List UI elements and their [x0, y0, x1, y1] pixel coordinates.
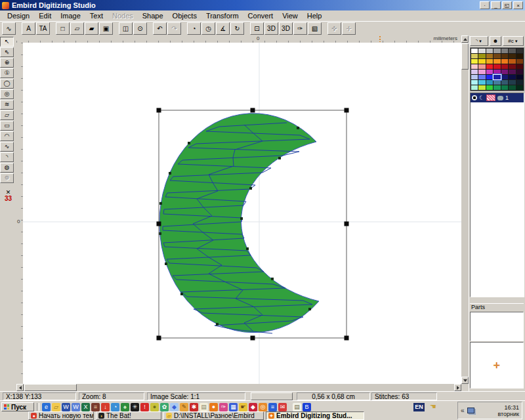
- spider-icon[interactable]: ✳: [131, 403, 139, 411]
- download-icon[interactable]: ↓: [101, 403, 110, 411]
- color-swatch[interactable]: [509, 64, 515, 69]
- center-icon[interactable]: ✛: [342, 22, 356, 35]
- import-file-icon[interactable]: ▰: [85, 22, 98, 35]
- menu-item[interactable]: Help: [303, 11, 327, 20]
- hand-icon[interactable]: ☛: [239, 403, 247, 411]
- color-swatch[interactable]: [516, 85, 523, 90]
- color-swatch[interactable]: [494, 85, 500, 90]
- color-swatch[interactable]: [478, 75, 485, 79]
- scroll-right-icon[interactable]: [454, 384, 461, 391]
- color-swatch[interactable]: [486, 85, 493, 90]
- network-icon[interactable]: [467, 408, 474, 413]
- taskbar-window-button[interactable]: ● Начать новую тему :: В...: [28, 411, 94, 420]
- color-swatch[interactable]: [509, 80, 515, 85]
- color-swatch[interactable]: [494, 49, 500, 53]
- color-edit-icon[interactable]: ✑: [293, 22, 307, 35]
- menu-item[interactable]: Objects: [168, 11, 201, 20]
- color-swatch[interactable]: [494, 54, 500, 58]
- color-swatch[interactable]: [516, 75, 523, 79]
- color-swatch[interactable]: [494, 75, 500, 79]
- copy-icon[interactable]: ◫: [119, 22, 133, 35]
- selection-handle[interactable]: [345, 108, 349, 113]
- outline-shape-tool[interactable]: ◎: [0, 89, 14, 99]
- color-swatch[interactable]: [494, 59, 500, 64]
- hand-tray-icon[interactable]: ☚: [430, 402, 436, 411]
- folder-icon[interactable]: ▱: [52, 403, 60, 411]
- text-icon[interactable]: A: [22, 22, 35, 35]
- menu-item[interactable]: Text: [85, 11, 108, 20]
- tree-icon[interactable]: ♠: [121, 403, 129, 411]
- save-file-icon[interactable]: ▣: [99, 22, 113, 35]
- object-list[interactable]: ☾ 1: [470, 93, 524, 297]
- color-swatch[interactable]: [509, 49, 515, 53]
- redo-icon[interactable]: ↷: [167, 22, 181, 35]
- titlebar[interactable]: Embird Digitizing Studio ·_◱×: [0, 0, 525, 10]
- color-swatch[interactable]: [516, 49, 523, 53]
- selection-handle[interactable]: [251, 108, 255, 113]
- books-icon[interactable]: ≡: [91, 403, 100, 411]
- color-swatch[interactable]: [471, 80, 478, 85]
- pattern-shape-tool[interactable]: ◍: [0, 163, 14, 173]
- color-swatch[interactable]: [478, 80, 485, 85]
- parts-list[interactable]: [470, 312, 524, 341]
- notes-icon[interactable]: ▤: [200, 403, 208, 411]
- notepad-icon[interactable]: ▤: [293, 403, 301, 411]
- color-swatch[interactable]: [471, 49, 478, 53]
- undo-icon[interactable]: ↶: [153, 22, 167, 35]
- color-swatch[interactable]: [486, 49, 493, 53]
- crescent-shape[interactable]: [159, 114, 319, 333]
- color-swatch[interactable]: [471, 75, 478, 79]
- menu-lines-icon[interactable]: ≡: [268, 403, 277, 411]
- color-swatch[interactable]: [509, 85, 515, 90]
- sphere-icon[interactable]: ●: [209, 403, 218, 411]
- object-row-selected[interactable]: ☾ 1: [471, 93, 524, 102]
- color-swatch[interactable]: [501, 54, 508, 58]
- scroll-up-icon[interactable]: [461, 35, 469, 43]
- color-swatch[interactable]: [501, 49, 508, 53]
- color-swatch[interactable]: [494, 64, 500, 69]
- zoom-1-1-tool[interactable]: ①: [0, 68, 14, 78]
- color-swatch[interactable]: [509, 59, 515, 64]
- color-swatch[interactable]: [478, 64, 485, 69]
- ie-icon[interactable]: e: [42, 403, 51, 411]
- menu-item[interactable]: Convert: [243, 11, 278, 20]
- bag-icon[interactable]: ◆: [249, 403, 257, 411]
- selection-handle[interactable]: [157, 108, 161, 113]
- vertical-scrollbar[interactable]: [461, 35, 469, 384]
- color-swatch[interactable]: [516, 70, 523, 74]
- color-swatch[interactable]: [501, 85, 508, 90]
- wordpad-icon[interactable]: W: [72, 403, 80, 411]
- close-button[interactable]: ×: [513, 1, 523, 9]
- color-swatch[interactable]: [471, 70, 478, 74]
- color-swatch[interactable]: [486, 64, 493, 69]
- menu-item[interactable]: Design: [3, 11, 34, 20]
- color-swatch[interactable]: [478, 49, 485, 53]
- taskbar-window-button[interactable]: ◗ The Bat!: [96, 411, 161, 420]
- mannequin-button[interactable]: ☻: [490, 36, 501, 46]
- color-swatch[interactable]: [501, 75, 508, 79]
- splat-icon[interactable]: ✱: [190, 403, 198, 411]
- new-file-icon[interactable]: □: [56, 22, 70, 35]
- taskbar-window-button[interactable]: ▱ D:\INSTALL\Разное\Embird: [163, 411, 264, 420]
- rotate-icon[interactable]: ↻: [230, 22, 244, 35]
- zigzag-tool[interactable]: ∿: [0, 142, 14, 152]
- color-swatch[interactable]: [494, 80, 500, 85]
- pear-icon[interactable]: ●: [150, 403, 159, 411]
- color-swatch[interactable]: [516, 80, 523, 85]
- selection-handle[interactable]: [157, 222, 161, 226]
- diamond-icon[interactable]: ◆: [170, 403, 178, 411]
- selection-handle[interactable]: [345, 336, 349, 341]
- color-swatch[interactable]: [516, 64, 523, 69]
- color-swatch[interactable]: [494, 70, 500, 74]
- zoom-tool[interactable]: ⊕: [0, 58, 14, 68]
- horizontal-scrollbar[interactable]: [16, 384, 461, 391]
- visibility-eye-icon[interactable]: [472, 95, 477, 100]
- restore-button[interactable]: ◱: [502, 1, 512, 9]
- settings-tool[interactable]: ☸: [0, 173, 14, 183]
- color-swatch[interactable]: [509, 54, 515, 58]
- window-view-icon[interactable]: ⊡: [250, 22, 264, 35]
- view-3d-icon[interactable]: 3D: [264, 22, 278, 35]
- color-swatch[interactable]: [486, 59, 493, 64]
- color-swatch[interactable]: [478, 54, 485, 58]
- taskbar-window-button[interactable]: ✦ Embird Digitizing Stud...: [266, 411, 364, 420]
